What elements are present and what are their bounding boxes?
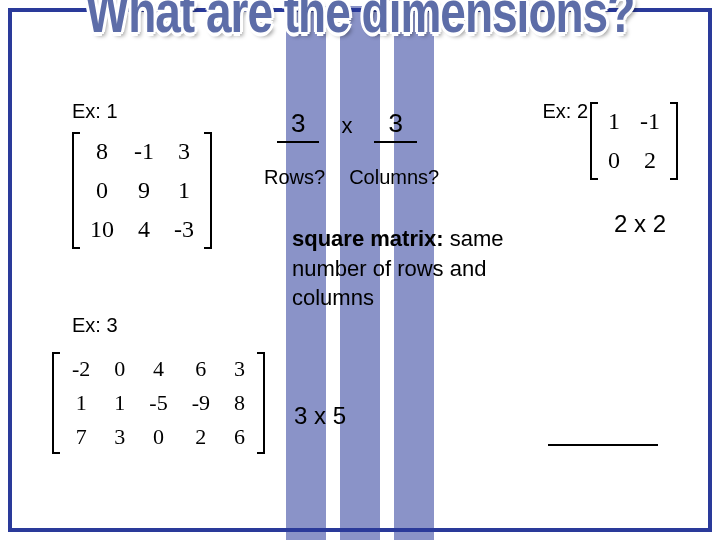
dimension-rows-value: 3 (277, 108, 319, 143)
matrix-cell: 9 (124, 171, 164, 210)
matrix-cell: 10 (80, 210, 124, 249)
matrix-cell: -9 (180, 386, 222, 420)
matrix-cell: 1 (102, 386, 137, 420)
dimension-cols-value: 3 (374, 108, 416, 143)
rows-cols-labels: Rows? Columns? (264, 166, 439, 189)
matrix-cell: 6 (180, 352, 222, 386)
matrix-cell: -5 (137, 386, 179, 420)
example-2-label: Ex: 2 (542, 100, 588, 123)
matrix-cell: 0 (137, 420, 179, 454)
matrix-cell: 3 (222, 352, 257, 386)
title-text: What are the dimensions? (86, 0, 635, 46)
slide-frame: What are the dimensions? Ex: 1 Ex: 2 Ex:… (8, 8, 712, 532)
matrix-example-2: 1-102 (590, 102, 678, 186)
matrix-example-3: -2046311-5-9873026 (52, 352, 265, 458)
matrix-cell: -3 (164, 210, 204, 249)
matrix-cell: -1 (630, 102, 670, 141)
rows-label: Rows? (264, 166, 325, 189)
example-2-answer: 2 x 2 (614, 210, 666, 238)
matrix-cell: 0 (598, 141, 630, 180)
matrix-cell: 0 (102, 352, 137, 386)
matrix-cell: 4 (137, 352, 179, 386)
cols-label: Columns? (349, 166, 439, 189)
matrix-example-1: 8-13091104-3 (72, 132, 212, 255)
matrix-cell: 3 (164, 132, 204, 171)
matrix-cell: 8 (80, 132, 124, 171)
matrix-cell: 0 (80, 171, 124, 210)
matrix-cell: -1 (124, 132, 164, 171)
slide-content: Ex: 1 Ex: 2 Ex: 3 8-13091104-3 1-102 -20… (12, 12, 708, 528)
matrix-cell: 6 (222, 420, 257, 454)
example-1-label: Ex: 1 (72, 100, 118, 123)
square-matrix-term: square matrix: (292, 226, 444, 251)
example-3-answer: 3 x 5 (294, 402, 346, 430)
matrix-cell: -2 (60, 352, 102, 386)
slide-title: What are the dimensions? (12, 0, 708, 38)
matrix-cell: 7 (60, 420, 102, 454)
matrix-cell: 8 (222, 386, 257, 420)
example-3-blank-line (548, 444, 658, 446)
matrix-cell: 2 (630, 141, 670, 180)
matrix-cell: 1 (598, 102, 630, 141)
dimension-row: 3 x 3 (277, 108, 417, 143)
square-matrix-definition: square matrix: same number of rows and c… (292, 224, 542, 313)
matrix-cell: 4 (124, 210, 164, 249)
example-3-label: Ex: 3 (72, 314, 118, 337)
dimension-x: x (341, 113, 352, 139)
matrix-cell: 2 (180, 420, 222, 454)
matrix-cell: 1 (164, 171, 204, 210)
matrix-cell: 3 (102, 420, 137, 454)
matrix-cell: 1 (60, 386, 102, 420)
